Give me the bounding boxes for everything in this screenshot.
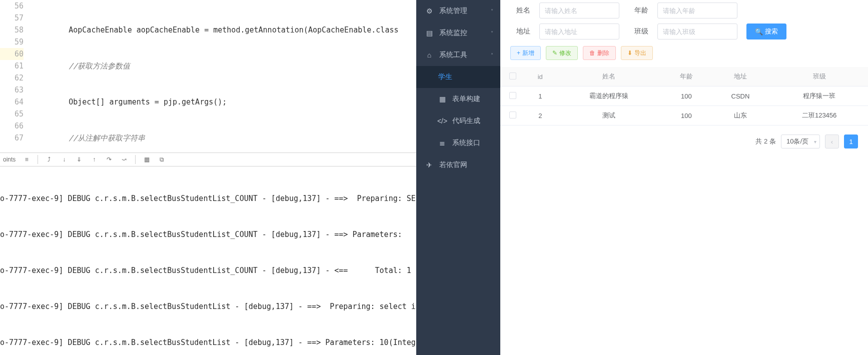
class-label: 班级 [628,27,648,36]
student-table: id 姓名 年龄 地址 班级 1 霸道的程序猿 100 CSDN 程序猿一班 2… [500,67,868,126]
prev-page-button[interactable]: ‹ [825,134,839,148]
plus-icon: + [517,50,520,56]
cell-id: 1 [525,86,555,106]
table-row[interactable]: 1 霸道的程序猿 100 CSDN 程序猿一班 [500,86,868,106]
sidebar-item-system-monitor[interactable]: ▤ 系统监控 ˅ [416,22,500,44]
line-number: 60 [0,48,24,60]
log-line: o-7777-exec-9] DEBUG c.r.s.m.B.selectBus… [0,300,416,312]
chevron-down-icon: ˅ [491,30,493,36]
age-label: 年龄 [628,6,648,15]
sidebar-item-student[interactable]: 学生 [416,66,500,88]
class-input[interactable] [657,24,737,40]
add-button[interactable]: + 新增 [510,46,541,60]
log-line: o-7777-exec-9] DEBUG c.r.s.m.B.selectBus… [0,264,416,276]
line-number: 64 [0,96,24,108]
sidebar-item-label: 系统监控 [439,28,467,38]
pagination: 共 2 条 10条/页 ‹ 1 [500,126,868,158]
edit-button[interactable]: ✎ 修改 [546,46,578,60]
line-number: 65 [0,108,24,120]
cell-age: 100 [662,106,710,126]
filter-row-2: 地址 班级 🔍 搜索 [500,21,868,42]
checkbox-icon[interactable] [509,72,516,80]
toolbar-label: oints [3,156,16,163]
sidebar-item-label: 表单构建 [452,94,480,104]
line-number: 58 [0,24,24,36]
sidebar-item-official-site[interactable]: ✈ 若依官网 [416,154,500,176]
debug-toolbar: oints ≡ ⤴ ↓ ⇓ ↑ ↷ ⤻ ▦ ⧉ [0,152,416,166]
settings-icon[interactable]: ⧉ [158,156,166,164]
total-text: 共 2 条 [755,137,775,146]
monitor-icon: ▤ [425,29,433,37]
code-lines[interactable]: AopCacheEnable aopCacheEnable = method.g… [33,0,416,152]
table-row[interactable]: 2 测试 100 山东 二班123456 [500,106,868,126]
edit-button-label: 修改 [559,49,571,58]
line-number: 59 [0,36,24,48]
cell-id: 2 [525,106,555,126]
checkbox-header[interactable] [500,67,525,86]
evaluate-icon[interactable]: ⤻ [120,156,128,164]
search-button-label: 搜索 [765,27,778,36]
download-icon: ⬇ [627,50,632,56]
line-number: 62 [0,72,24,84]
search-button[interactable]: 🔍 搜索 [746,24,786,40]
form-icon: ▦ [438,95,446,103]
ide-panel: 56 57 58 59 60 61 62 63 64 65 66 67 AopC… [0,0,416,355]
code-line: //从注解中获取字符串 [33,132,416,144]
app-panel: 姓名 年龄 地址 班级 🔍 搜索 + 新增 ✎ 修改 🗑 删除 ⬇ 导出 [500,0,868,355]
export-button[interactable]: ⬇ 导出 [621,46,653,60]
name-input[interactable] [539,2,619,18]
sidebar-item-code-gen[interactable]: </> 代码生成 [416,110,500,132]
action-row: + 新增 ✎ 修改 🗑 删除 ⬇ 导出 [500,42,868,64]
step-into-force-icon[interactable]: ⇓ [75,156,83,164]
line-number: 57 [0,12,24,24]
delete-button[interactable]: 🗑 删除 [583,46,616,60]
chevron-up-icon: ˄ [491,52,493,58]
line-number: 61 [0,60,24,72]
row-checkbox[interactable] [509,92,516,99]
row-checkbox[interactable] [509,112,516,118]
log-line: o-7777-exec-9] DEBUG c.r.s.m.B.selectBus… [0,228,416,240]
cell-age: 100 [662,86,710,106]
edit-icon: ✎ [552,50,557,56]
gear-icon: ⚙ [425,7,433,15]
export-button-label: 导出 [634,49,646,58]
sidebar-item-form-builder[interactable]: ▦ 表单构建 [416,88,500,110]
filter-row-1: 姓名 年龄 [500,0,868,21]
console-output[interactable]: o-7777-exec-9] DEBUG c.r.s.m.B.selectBus… [0,166,416,355]
page-size-value: 10条/页 [786,137,808,146]
code-line: Object[] arguments = pjp.getArgs(); [33,96,416,108]
delete-button-label: 删除 [597,49,609,58]
page-number-button[interactable]: 1 [844,134,858,148]
code-line: AopCacheEnable aopCacheEnable = method.g… [33,24,416,36]
sidebar-item-system-tools[interactable]: ⌂ 系统工具 ˄ [416,44,500,66]
cell-class: 二班123456 [770,106,868,126]
step-into-icon[interactable]: ↓ [60,156,68,164]
address-input[interactable] [539,24,619,40]
step-out-icon[interactable]: ↑ [90,156,98,164]
line-number: 56 [0,0,24,12]
log-line: o-7777-exec-9] DEBUG c.r.s.m.B.selectBus… [0,192,416,204]
line-number: 63 [0,84,24,96]
api-icon: ≣ [438,139,446,147]
list-icon[interactable]: ≡ [23,156,31,164]
code-icon: </> [438,117,446,125]
name-label: 姓名 [510,6,530,15]
page-size-select[interactable]: 10条/页 [781,134,820,148]
line-number: 67 [0,132,24,144]
step-over-icon[interactable]: ⤴ [45,156,53,164]
sidebar-item-label: 系统接口 [452,138,480,148]
tool-icon: ⌂ [425,51,433,59]
col-name: 姓名 [555,67,662,86]
sidebar-item-api[interactable]: ≣ 系统接口 [416,132,500,154]
code-line: //获取方法参数值 [33,60,416,72]
code-editor[interactable]: 56 57 58 59 60 61 62 63 64 65 66 67 AopC… [0,0,416,152]
age-input[interactable] [657,2,737,18]
run-to-cursor-icon[interactable]: ↷ [105,156,113,164]
cell-class: 程序猿一班 [770,86,868,106]
cell-address: 山东 [710,106,771,126]
sidebar-item-label: 代码生成 [452,116,480,126]
sidebar-item-system-manage[interactable]: ⚙ 系统管理 ˅ [416,0,500,22]
sidebar-item-label: 系统工具 [439,50,467,60]
frames-icon[interactable]: ▦ [143,156,151,164]
sidebar-item-label: 系统管理 [439,6,467,16]
